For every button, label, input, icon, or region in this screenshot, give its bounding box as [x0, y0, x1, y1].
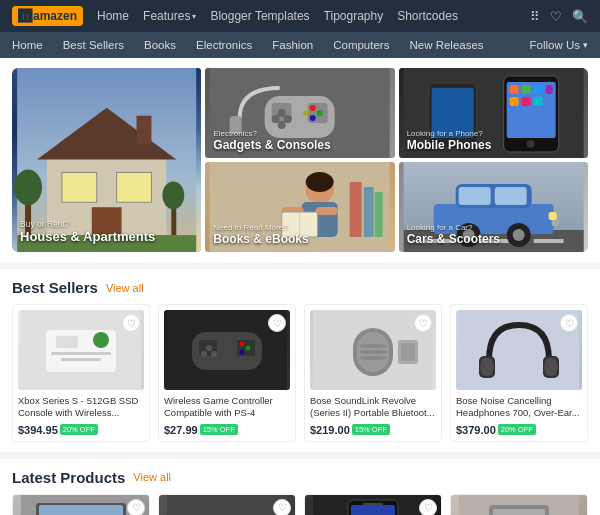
hero-item-cars[interactable]: Looking for a Car? Cars & Scooters: [399, 162, 588, 252]
second-nav-bestsellers[interactable]: Best Sellers: [53, 37, 134, 53]
nav-home[interactable]: Home: [97, 9, 129, 23]
second-nav-computers[interactable]: Computers: [323, 37, 399, 53]
hero-label-houses: Buy or Rent? Houses & Apartments: [20, 219, 155, 244]
svg-point-61: [512, 229, 524, 241]
wishlist-btn-4[interactable]: ♡: [560, 314, 578, 332]
svg-point-22: [310, 115, 316, 121]
follow-us[interactable]: Follow Us ▾: [530, 39, 588, 51]
latest-products-title: Latest Products: [12, 469, 125, 486]
wishlist-btn-latest-1[interactable]: ♡: [127, 499, 145, 515]
hero-item-phones[interactable]: Looking for a Phone? Mobile Phones: [399, 68, 588, 158]
hero-item-gadgets[interactable]: Electronics? Gadgets & Consoles: [205, 68, 394, 158]
hero-label-cars: Looking for a Car? Cars & Scooters: [407, 223, 500, 246]
hero-sublabel: Buy or Rent?: [20, 219, 155, 229]
nav-shortcodes[interactable]: Shortcodes: [397, 9, 458, 23]
hero-title: Books & eBooks: [213, 232, 308, 246]
hero-section: Buy or Rent? Houses & Apartments: [0, 58, 600, 262]
svg-point-19: [278, 121, 286, 129]
wishlist-btn-1[interactable]: ♡: [122, 314, 140, 332]
nav-features[interactable]: Features ▾: [143, 9, 196, 23]
svg-rect-48: [375, 192, 383, 237]
hero-label-books: Need to Read More? Books & eBooks: [213, 223, 308, 246]
svg-rect-68: [51, 352, 111, 355]
svg-rect-66: [56, 336, 78, 348]
second-nav-fashion[interactable]: Fashion: [262, 37, 323, 53]
svg-rect-29: [521, 85, 530, 94]
latest-card-3[interactable]: ♡: [304, 494, 442, 515]
svg-point-16: [278, 109, 286, 117]
svg-rect-53: [533, 239, 563, 243]
product-price-1: $394.95: [18, 424, 58, 436]
svg-point-77: [240, 342, 245, 347]
product-price-2: $27.99: [164, 424, 198, 436]
second-nav-home[interactable]: Home: [12, 37, 53, 53]
svg-rect-30: [533, 85, 542, 94]
svg-rect-31: [545, 85, 552, 94]
best-sellers-view-all[interactable]: View all: [106, 282, 144, 294]
svg-rect-113: [363, 503, 383, 506]
product-image-2: ♡: [164, 310, 290, 390]
search-icon[interactable]: 🔍: [572, 9, 588, 24]
logo-text: amazen: [33, 9, 77, 23]
second-nav-electronics[interactable]: Electronics: [186, 37, 262, 53]
svg-rect-69: [61, 358, 101, 361]
hero-item-houses[interactable]: Buy or Rent? Houses & Apartments: [12, 68, 201, 252]
nav-typography[interactable]: Tipography: [324, 9, 384, 23]
product-price-row-4: $379.00 20% OFF: [456, 424, 582, 436]
latest-card-4[interactable]: [450, 494, 588, 515]
hero-grid: Buy or Rent? Houses & Apartments: [12, 68, 588, 252]
svg-point-11: [162, 181, 184, 209]
hero-title: Houses & Apartments: [20, 229, 155, 244]
svg-point-40: [306, 172, 334, 192]
product-price-row-2: $27.99 15% OFF: [164, 424, 290, 436]
chevron-down-icon: ▾: [192, 12, 196, 21]
top-nav-links: Home Features ▾ Blogger Templates Tipogr…: [97, 9, 516, 23]
product-title-2: Wireless Game Controller Compatible with…: [164, 395, 290, 420]
second-nav-links: Home Best Sellers Books Electronics Fash…: [12, 37, 530, 53]
logo[interactable]: 🅰 amazen: [12, 6, 83, 26]
second-nav-newreleases[interactable]: New Releases: [399, 37, 493, 53]
hero-sublabel: Need to Read More?: [213, 223, 308, 232]
hero-label-phones: Looking for a Phone? Mobile Phones: [407, 129, 492, 152]
wishlist-btn-latest-3[interactable]: ♡: [419, 499, 437, 515]
hero-title: Gadgets & Consoles: [213, 138, 330, 152]
hero-sublabel: Electronics?: [213, 129, 330, 138]
svg-rect-97: [39, 505, 123, 515]
second-nav: Home Best Sellers Books Electronics Fash…: [0, 32, 600, 58]
hero-item-books[interactable]: Need to Read More? Books & eBooks: [205, 162, 394, 252]
product-image-1: ♡: [18, 310, 144, 390]
svg-point-21: [317, 110, 323, 116]
grid-icon[interactable]: ⠿: [530, 9, 540, 24]
svg-rect-116: [493, 509, 545, 515]
latest-card-1[interactable]: ♡: [12, 494, 150, 515]
product-card-3[interactable]: ♡ Bose SoundLink Revolve (Series II) Por…: [304, 304, 442, 442]
second-nav-books[interactable]: Books: [134, 37, 186, 53]
latest-view-all[interactable]: View all: [133, 471, 171, 483]
svg-point-78: [246, 346, 251, 351]
svg-rect-56: [458, 187, 490, 205]
wishlist-btn-3[interactable]: ♡: [414, 314, 432, 332]
nav-blogger[interactable]: Blogger Templates: [210, 9, 309, 23]
best-sellers-section: Best Sellers View all ♡ Xbox Series S - …: [0, 269, 600, 452]
product-price-4: $379.00: [456, 424, 496, 436]
product-card-4[interactable]: ♡ Bose Noise Cancelling Headphones 700, …: [450, 304, 588, 442]
best-sellers-title: Best Sellers: [12, 279, 98, 296]
svg-point-83: [359, 350, 387, 354]
svg-point-67: [93, 332, 109, 348]
heart-icon[interactable]: ♡: [550, 9, 562, 24]
wishlist-btn-2[interactable]: ♡: [268, 314, 286, 332]
product-image-3: ♡: [310, 310, 436, 390]
product-card-2[interactable]: ♡ Wireless Game Controller Compatible wi…: [158, 304, 296, 442]
svg-rect-100: [167, 495, 287, 515]
svg-point-84: [359, 344, 387, 348]
product-title-1: Xbox Series S - 512GB SSD Console with W…: [18, 395, 144, 420]
latest-card-2[interactable]: ♡: [158, 494, 296, 515]
svg-rect-34: [533, 97, 542, 106]
wishlist-btn-latest-2[interactable]: ♡: [273, 499, 291, 515]
product-card-1[interactable]: ♡ Xbox Series S - 512GB SSD Console with…: [12, 304, 150, 442]
svg-rect-87: [401, 343, 415, 361]
svg-rect-28: [509, 85, 518, 94]
product-image-4: ♡: [456, 310, 582, 390]
svg-rect-4: [117, 172, 152, 202]
hero-sublabel: Looking for a Car?: [407, 223, 500, 232]
